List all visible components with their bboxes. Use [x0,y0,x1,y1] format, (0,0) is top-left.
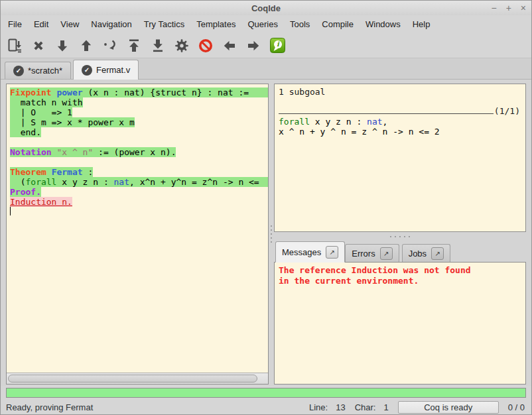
window-title: CoqIde [251,3,281,13]
code-line: forall x y z n : nat, [279,117,521,127]
interrupt-button[interactable] [196,36,216,56]
close-window-icon[interactable]: × [521,1,526,15]
close-icon [31,38,46,54]
messages-panel[interactable]: The reference Induction was not foundin … [274,262,526,385]
code-line: Notation "x ^ n" := (power x n). [10,147,268,157]
menu-compile[interactable]: Compile [316,15,360,33]
detach-icon[interactable]: ↗ [380,247,393,260]
restart-button[interactable] [124,36,144,56]
step-backward-button[interactable] [76,36,96,56]
go-to-end-icon [150,38,166,54]
menu-help[interactable]: Help [407,15,436,33]
check-icon: ✓ [82,65,92,76]
go-to-end-button[interactable] [148,36,168,56]
tab-fermat[interactable]: ✓ Fermat.v [73,60,139,80]
status-bar: Ready, proving Fermat Line: 13 Char: 1 C… [1,400,531,414]
menu-navigation[interactable]: Navigation [85,15,137,33]
tab-label: Messages [282,247,321,257]
text-cursor [10,207,11,215]
messages-notebook: Messages ↗ Errors ↗ Jobs ↗ The reference… [274,241,526,385]
tab-messages[interactable]: Messages ↗ [275,241,345,263]
horizontal-scrollbar[interactable] [7,373,268,384]
line-number: 13 [336,402,345,412]
menu-try-tactics[interactable]: Try Tactics [138,15,190,33]
save-icon [7,38,23,54]
previous-occurrence-button[interactable] [220,36,239,56]
code-line [10,207,268,217]
job-counter: 0 / 0 [508,402,525,412]
code-line: | S m => x * power x m [10,117,268,127]
go-to-cursor-icon [102,38,118,54]
message-line: The reference Induction was not found [279,265,521,276]
gear-icon [174,38,190,54]
message-line: in the current environment. [279,276,521,286]
tab-jobs[interactable]: Jobs ↗ [402,244,450,262]
detach-icon[interactable]: ↗ [326,246,338,259]
maximize-icon[interactable]: + [506,1,511,15]
menu-queries[interactable]: Queries [241,15,284,33]
up-arrow-icon [78,38,94,54]
menu-bar: FileEditViewNavigationTry TacticsTemplat… [1,15,531,33]
step-forward-button[interactable] [52,36,72,56]
line-label: Line: [309,402,328,412]
left-arrow-icon [222,38,237,54]
close-buffer-button[interactable] [29,36,48,56]
char-number: 1 [383,402,388,412]
message-tab-bar: Messages ↗ Errors ↗ Jobs ↗ [274,241,526,262]
separator-line [279,113,494,114]
char-label: Char: [355,402,376,412]
tab-label: Fermat.v [96,65,130,75]
code-line: Fixpoint power (x n : nat) {struct n} : … [10,88,268,97]
goals-panel[interactable]: 1 subgoal (1/1) forall x y z n : nat,x ^… [274,84,526,232]
down-arrow-icon [54,38,70,54]
code-line: end. [10,127,268,137]
menu-templates[interactable]: Templates [190,15,241,33]
next-occurrence-button[interactable] [243,36,263,56]
menu-file[interactable]: File [2,15,28,33]
info-icon: i [270,38,285,53]
toolbar: i [1,33,531,58]
code-line: (forall x y z n : nat, x^n + y^n = z^n -… [10,177,268,187]
goal-separator: (1/1) [279,106,520,116]
progress-bar [6,388,526,398]
goal-lines: forall x y z n : nat,x ^ n + y ^ n = z ^… [279,117,521,137]
subgoal-count: 1 subgoal [279,87,521,97]
code-editor[interactable]: Fixpoint power (x n : nat) {struct n} : … [7,84,268,373]
menu-view[interactable]: View [54,15,85,33]
tab-label: *scratch* [28,66,62,76]
menu-tools[interactable]: Tools [284,15,316,33]
right-arrow-icon [245,38,261,54]
code-line [10,157,268,167]
vertical-splitter[interactable] [269,84,274,385]
window-controls: − + × [491,1,526,15]
code-line: | O => 1 [10,107,268,117]
go-to-start-icon [126,38,142,54]
menu-windows[interactable]: Windows [360,15,407,33]
status-message: Ready, proving Fermat [6,402,93,412]
tab-errors[interactable]: Errors ↗ [345,244,399,262]
save-button[interactable] [5,36,25,56]
code-line [10,137,268,147]
detach-icon[interactable]: ↗ [431,247,444,260]
menu-edit[interactable]: Edit [28,15,54,33]
scrollbar-thumb[interactable] [8,375,257,383]
about-button[interactable]: i [267,36,287,56]
goal-counter: (1/1) [494,106,520,116]
code-line: Induction n. [10,197,268,207]
progress-area [1,386,531,400]
minimize-icon[interactable]: − [491,1,496,15]
tab-bar: ✓ *scratch* ✓ Fermat.v [1,58,531,80]
tab-scratch[interactable]: ✓ *scratch* [5,62,71,79]
go-to-cursor-button[interactable] [100,36,120,56]
check-icon: ✓ [13,66,24,76]
tab-label: Errors [352,249,375,259]
fully-check-button[interactable] [172,36,192,56]
code-line: x ^ n + y ^ n = z ^ n -> n <= 2 [279,127,521,137]
coqide-window: { "window": { "title": "CoqIde" }, "menu… [0,0,532,415]
stop-icon [198,38,214,54]
code-line: match n with [10,97,268,107]
code-line: Theorem Fermat : [10,167,268,177]
script-pane: Fixpoint power (x n : nat) {struct n} : … [6,84,269,385]
horizontal-splitter[interactable] [274,232,526,241]
titlebar[interactable]: CoqIde − + × [1,1,531,15]
